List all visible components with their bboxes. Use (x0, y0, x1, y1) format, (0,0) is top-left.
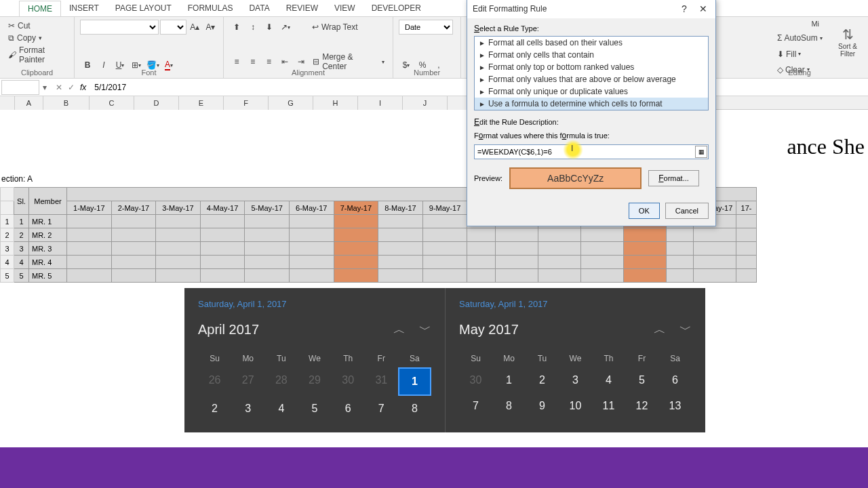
number-format-select[interactable]: Date (399, 20, 453, 35)
sort-filter-icon[interactable]: ⇅ (833, 26, 863, 43)
format-painter-button[interactable]: 🖌Format Painter (5, 44, 68, 66)
col-i[interactable]: I (358, 96, 403, 110)
help-button[interactable]: ? (677, 3, 691, 14)
date-col[interactable]: 6-May-17 (289, 201, 334, 215)
align-center-button[interactable]: ≡ (245, 54, 260, 69)
ok-button[interactable]: OK (629, 203, 660, 219)
calendar-day[interactable]: 30 (459, 367, 492, 393)
calendar-next-button[interactable]: ﹀ (679, 321, 692, 338)
name-box-dropdown[interactable]: ▾ (39, 83, 50, 92)
align-left-button[interactable]: ≡ (229, 54, 244, 69)
calendar-day[interactable]: 4 (592, 367, 625, 393)
calendar-day[interactable]: 13 (658, 393, 692, 419)
calendar-day[interactable]: 26 (198, 367, 231, 396)
calendar-day[interactable]: 11 (592, 393, 625, 419)
tab-formulas[interactable]: FORMULAS (180, 1, 241, 16)
rule-type-list[interactable]: ►Format all cells based on their values … (474, 36, 709, 110)
col-b[interactable]: B (43, 96, 90, 110)
date-col[interactable]: 4-May-17 (200, 201, 245, 215)
col-j[interactable]: J (403, 96, 448, 110)
rule-type-item-selected[interactable]: ►Use a formula to determine which cells … (475, 98, 708, 110)
tab-page-layout[interactable]: PAGE LAYOUT (107, 1, 180, 16)
calendar-day[interactable]: 6 (658, 367, 692, 393)
calendar-day[interactable]: 9 (526, 393, 559, 419)
date-col[interactable]: 17- (736, 201, 757, 215)
calendar-prev-button[interactable]: ︿ (393, 321, 406, 338)
tab-view[interactable]: VIEW (326, 1, 363, 16)
table-row[interactable]: 55MR. 5 (1, 269, 757, 283)
wrap-text-button[interactable]: ↩Wrap Text (309, 21, 361, 33)
format-button[interactable]: Format... (648, 170, 699, 186)
autosum-button[interactable]: ΣAutoSum ▾ (777, 33, 822, 43)
copy-button[interactable]: ⧉Copy ▾ (5, 32, 68, 44)
calendar-day[interactable]: 5 (625, 367, 658, 393)
date-col[interactable]: 1-May-17 (67, 201, 112, 215)
rule-formula-input[interactable] (474, 144, 709, 159)
calendar-day[interactable]: 30 (332, 367, 365, 396)
calendar-day[interactable]: 2 (198, 396, 231, 422)
tab-home[interactable]: HOME (19, 1, 61, 16)
calendar-day[interactable]: 8 (492, 393, 526, 419)
tab-insert[interactable]: INSERT (61, 1, 107, 16)
calendar-day[interactable]: 10 (559, 393, 592, 419)
calendar-day[interactable]: 7 (459, 393, 492, 419)
font-family-select[interactable] (80, 20, 159, 35)
date-col[interactable]: 2-May-17 (111, 201, 156, 215)
calendar-next-button[interactable]: ﹀ (419, 321, 431, 338)
close-button[interactable]: ✕ (696, 3, 710, 14)
tab-review[interactable]: REVIEW (278, 1, 326, 16)
calendar-day[interactable]: 2 (526, 367, 559, 393)
orientation-button[interactable]: ↗▾ (278, 20, 293, 35)
increase-font-button[interactable]: A▴ (188, 20, 202, 35)
decrease-font-button[interactable]: A▾ (203, 20, 218, 35)
align-top-button[interactable]: ⬆ (229, 20, 244, 35)
name-box[interactable] (1, 80, 39, 95)
fill-button[interactable]: ⬇Fill ▾ (777, 49, 822, 60)
calendar-day[interactable]: 12 (625, 393, 658, 419)
rule-type-item[interactable]: ►Format only unique or duplicate values (475, 85, 708, 98)
calendar-day[interactable]: 27 (231, 367, 264, 396)
col-g[interactable]: G (269, 96, 313, 110)
calendar-day[interactable]: 1 (492, 367, 526, 393)
calendar-day[interactable]: 3 (559, 367, 592, 393)
calendar-day[interactable]: 5 (298, 396, 331, 422)
font-size-select[interactable] (160, 20, 186, 35)
date-col[interactable]: 3-May-17 (156, 201, 201, 215)
cancel-formula-icon[interactable]: ✕ (56, 83, 62, 92)
calendar-day-selected[interactable]: 1 (398, 367, 431, 396)
range-picker-button[interactable]: ▦ (695, 146, 707, 158)
col-h[interactable]: H (313, 96, 358, 110)
rule-type-item[interactable]: ►Format only top or bottom ranked values (475, 61, 708, 73)
table-row[interactable]: 44MR. 4 (1, 256, 757, 269)
calendar-day[interactable]: 4 (264, 396, 298, 422)
calendar-day[interactable]: 28 (264, 367, 298, 396)
rule-type-item[interactable]: ►Format only values that are above or be… (475, 73, 708, 85)
col-e[interactable]: E (179, 96, 224, 110)
decrease-indent-button[interactable]: ⇤ (277, 54, 292, 69)
rule-type-item[interactable]: ►Format all cells based on their values (475, 37, 708, 49)
date-col-highlight[interactable]: 7-May-17 (334, 201, 378, 215)
calendar-prev-button[interactable]: ︿ (654, 321, 666, 338)
align-middle-button[interactable]: ↕ (245, 20, 260, 35)
calendar-day[interactable]: 6 (332, 396, 365, 422)
cancel-button[interactable]: Cancel (665, 203, 709, 219)
calendar-day[interactable]: 29 (298, 367, 331, 396)
calendar-day[interactable]: 3 (231, 396, 264, 422)
table-row[interactable]: 22MR. 2 (1, 228, 757, 242)
col-a[interactable]: A (15, 96, 43, 110)
increase-indent-button[interactable]: ⇥ (294, 54, 309, 69)
fx-icon[interactable]: fx (80, 83, 86, 92)
tab-data[interactable]: DATA (241, 1, 277, 16)
align-right-button[interactable]: ≡ (262, 54, 277, 69)
date-col[interactable]: 8-May-17 (378, 201, 423, 215)
rule-type-item[interactable]: ►Format only cells that contain (475, 49, 708, 61)
calendar-day[interactable]: 8 (398, 396, 431, 422)
calendar-day[interactable]: 31 (365, 367, 398, 396)
col-d[interactable]: D (134, 96, 179, 110)
tab-developer[interactable]: DEVELOPER (363, 1, 429, 16)
table-row[interactable]: 33MR. 3 (1, 242, 757, 256)
align-bottom-button[interactable]: ⬇ (262, 20, 277, 35)
date-col[interactable]: 9-May-17 (422, 201, 467, 215)
cut-button[interactable]: ✂Cut (5, 20, 68, 32)
col-f[interactable]: F (224, 96, 269, 110)
